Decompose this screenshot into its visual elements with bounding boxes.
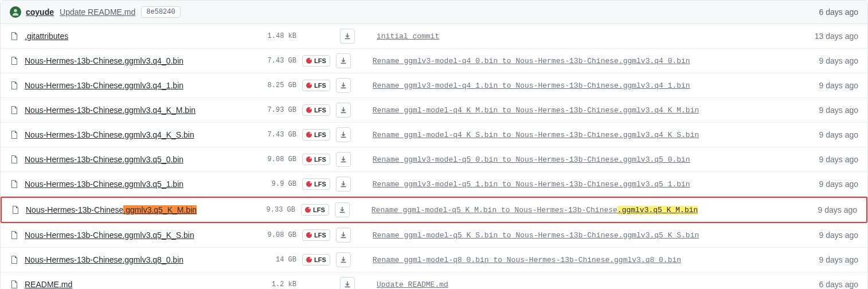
download-icon	[339, 131, 347, 139]
file-size: 1.48 kB	[256, 32, 296, 40]
lfs-dot-icon	[306, 181, 312, 187]
file-row: Nous-Hermes-13b-Chinese.ggmlv3.q4_1.bin8…	[1, 73, 867, 98]
file-time: 9 days ago	[819, 106, 859, 115]
file-link[interactable]: Nous-Hermes-13b-Chinese.ggmlv3.q5_K_S.bi…	[25, 231, 194, 240]
download-icon	[339, 57, 347, 65]
file-link[interactable]: Nous-Hermes-13b-Chinese.ggmlv3.q5_K_M.bi…	[26, 205, 197, 214]
file-row: Nous-Hermes-13b-Chinese.ggmlv3.q4_K_S.bi…	[1, 123, 867, 147]
lfs-label: LFS	[313, 206, 325, 213]
file-list-container: coyude Update README.md 8e58240 6 days a…	[0, 0, 868, 289]
file-icon	[10, 255, 19, 264]
commit-message[interactable]: Rename ggml-model-q5_K_M.bin to Nous-Her…	[372, 206, 809, 214]
file-time: 9 days ago	[819, 231, 859, 240]
lfs-badge[interactable]: LFS	[302, 229, 330, 241]
file-left-group: .gitattributes	[10, 32, 256, 41]
file-row: Nous-Hermes-13b-Chinese.ggmlv3.q5_K_S.bi…	[1, 223, 867, 248]
file-row: Nous-Hermes-13b-Chinese.ggmlv3.q5_0.bin9…	[1, 147, 867, 172]
file-link[interactable]: Nous-Hermes-13b-Chinese.ggmlv3.q5_0.bin	[25, 155, 183, 164]
commit-title[interactable]: Update README.md	[60, 7, 135, 17]
file-size: 1.2 kB	[256, 280, 296, 288]
file-left-group: Nous-Hermes-13b-Chinese.ggmlv3.q5_K_M.bi…	[11, 205, 255, 214]
file-link[interactable]: README.md	[25, 280, 72, 289]
lfs-badge[interactable]: LFS	[302, 129, 330, 140]
file-time: 9 days ago	[819, 155, 859, 164]
file-icon	[10, 179, 19, 189]
file-time: 9 days ago	[819, 130, 859, 139]
file-link[interactable]: Nous-Hermes-13b-Chinese.ggmlv3.q5_1.bin	[25, 179, 183, 189]
file-left-group: Nous-Hermes-13b-Chinese.ggmlv3.q4_K_M.bi…	[10, 106, 256, 115]
commit-message[interactable]: Rename ggml-model-q8_0.bin to Nous-Herme…	[373, 256, 810, 264]
file-left-group: Nous-Hermes-13b-Chinese.ggmlv3.q5_1.bin	[10, 179, 256, 189]
file-link[interactable]: Nous-Hermes-13b-Chinese.ggmlv3.q8_0.bin	[25, 255, 183, 264]
download-button[interactable]	[336, 103, 351, 118]
file-time: 6 days ago	[819, 280, 859, 289]
file-left-group: Nous-Hermes-13b-Chinese.ggmlv3.q5_0.bin	[10, 155, 256, 164]
commit-message-highlight: .ggmlv3.q5_K_M.bin	[617, 206, 698, 214]
commit-message[interactable]: Rename ggmlv3-model-q4_0.bin to Nous-Her…	[373, 57, 810, 65]
download-icon	[339, 106, 347, 114]
download-icon	[339, 155, 347, 163]
download-button[interactable]	[340, 277, 355, 289]
file-size: 7.93 GB	[256, 106, 296, 114]
lfs-badge[interactable]: LFS	[302, 254, 330, 265]
download-button[interactable]	[336, 78, 351, 93]
file-link[interactable]: Nous-Hermes-13b-Chinese.ggmlv3.q4_K_S.bi…	[25, 130, 194, 139]
download-button[interactable]	[336, 152, 351, 167]
file-icon	[10, 106, 19, 115]
lfs-badge[interactable]: LFS	[302, 154, 330, 165]
download-button[interactable]	[336, 177, 351, 192]
lfs-badge[interactable]: LFS	[301, 204, 329, 216]
file-time: 9 days ago	[818, 205, 858, 214]
lfs-badge[interactable]: LFS	[302, 104, 330, 116]
download-icon	[339, 231, 347, 239]
download-icon	[339, 256, 347, 264]
lfs-label: LFS	[314, 181, 326, 188]
file-row: README.md1.2 kBUpdate README.md6 days ag…	[1, 272, 867, 289]
download-button[interactable]	[336, 53, 351, 68]
commit-hash[interactable]: 8e58240	[141, 6, 180, 18]
commit-message[interactable]: Rename ggml-model-q4_K_M.bin to Nous-Her…	[373, 106, 810, 115]
file-icon	[10, 32, 19, 41]
file-time: 9 days ago	[819, 179, 859, 189]
commit-message[interactable]: initial commit	[377, 32, 806, 41]
file-row: Nous-Hermes-13b-Chinese.ggmlv3.q4_0.bin7…	[1, 49, 867, 73]
file-link[interactable]: .gitattributes	[25, 32, 68, 41]
file-size: 8.25 GB	[256, 81, 296, 89]
file-row: Nous-Hermes-13b-Chinese.ggmlv3.q4_K_M.bi…	[1, 98, 867, 123]
author-link[interactable]: coyude	[26, 7, 54, 17]
commit-message[interactable]: Rename ggml-model-q5_K_S.bin to Nous-Her…	[373, 231, 810, 240]
file-size: 14 GB	[256, 256, 296, 264]
file-row: Nous-Hermes-13b-Chinese.ggmlv3.q5_1.bin9…	[1, 172, 867, 197]
download-button[interactable]	[335, 202, 350, 217]
author-avatar[interactable]	[10, 6, 21, 18]
commit-message[interactable]: Rename ggmlv3-model-q4_1.bin to Nous-Her…	[373, 81, 810, 90]
lfs-dot-icon	[305, 207, 311, 213]
file-time: 9 days ago	[819, 56, 859, 65]
commit-message[interactable]: Update README.md	[377, 280, 810, 289]
lfs-label: LFS	[314, 57, 326, 64]
lfs-badge[interactable]: LFS	[302, 178, 330, 190]
file-link[interactable]: Nous-Hermes-13b-Chinese.ggmlv3.q4_0.bin	[25, 56, 183, 65]
lfs-dot-icon	[306, 58, 312, 64]
download-button[interactable]	[340, 29, 355, 44]
lfs-badge[interactable]: LFS	[302, 80, 330, 91]
commit-message[interactable]: Rename ggmlv3-model-q5_0.bin to Nous-Her…	[373, 155, 810, 164]
file-link[interactable]: Nous-Hermes-13b-Chinese.ggmlv3.q4_1.bin	[25, 81, 183, 90]
file-icon	[10, 56, 19, 65]
file-left-group: README.md	[10, 280, 256, 289]
download-button[interactable]	[336, 228, 351, 243]
download-icon	[339, 180, 347, 188]
file-icon	[10, 130, 19, 139]
file-time: 9 days ago	[819, 81, 859, 90]
download-icon	[339, 81, 347, 89]
lfs-badge[interactable]: LFS	[302, 55, 330, 67]
lfs-label: LFS	[314, 131, 326, 138]
commit-header: coyude Update README.md 8e58240 6 days a…	[1, 1, 867, 24]
download-icon	[343, 280, 351, 288]
download-button[interactable]	[336, 127, 351, 142]
download-button[interactable]	[336, 252, 351, 267]
commit-message[interactable]: Rename ggml-model-q4_K_S.bin to Nous-Her…	[373, 131, 810, 139]
commit-message[interactable]: Rename ggmlv3-model-q5_1.bin to Nous-Her…	[373, 180, 810, 189]
file-link[interactable]: Nous-Hermes-13b-Chinese.ggmlv3.q4_K_M.bi…	[25, 106, 196, 115]
lfs-dot-icon	[306, 132, 312, 138]
